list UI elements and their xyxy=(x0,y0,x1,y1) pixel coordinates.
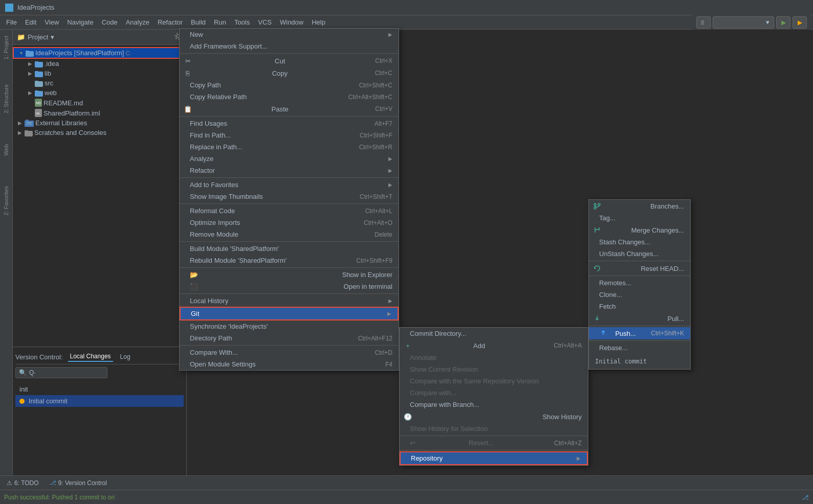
vc-search[interactable]: 🔍 Q· xyxy=(15,367,107,378)
folder-icon xyxy=(35,70,43,77)
menu-refactor[interactable]: Refactor xyxy=(153,16,187,28)
run-config-dropdown[interactable] xyxy=(696,16,711,29)
todo-tab[interactable]: ⚠ 6: TODO xyxy=(3,477,43,489)
cm-find-usages[interactable]: Find Usages Alt+F7 xyxy=(180,118,399,129)
svg-rect-12 xyxy=(35,81,38,82)
app-icon xyxy=(5,4,13,12)
svg-rect-24 xyxy=(25,130,28,132)
cm-local-history[interactable]: Local History ▶ xyxy=(180,295,399,307)
git-add[interactable]: + Add Ctrl+Alt+A xyxy=(400,339,588,352)
cm-find-in-path[interactable]: Find in Path... Ctrl+Shift+F xyxy=(180,129,399,141)
tree-external-libs[interactable]: ▶ External Libraries xyxy=(13,118,186,128)
repo-push[interactable]: Push... Ctrl+Shift+K xyxy=(589,327,690,339)
menu-help[interactable]: Help xyxy=(307,16,329,28)
project-tab[interactable]: 1: Project xyxy=(1,32,12,63)
repo-unstash[interactable]: UnStash Changes... xyxy=(589,248,690,260)
run-button[interactable]: ▶ xyxy=(776,16,790,29)
separator xyxy=(589,261,690,261)
cm-directory-path[interactable]: Directory Path Ctrl+Alt+F12 xyxy=(180,332,399,344)
cm-new[interactable]: New ▶ xyxy=(180,29,399,40)
cm-build-module[interactable]: Build Module 'SharedPlatform' xyxy=(180,243,399,255)
revert-icon: ↩ xyxy=(410,439,415,447)
repo-tag[interactable]: Tag... xyxy=(589,212,690,224)
menu-view[interactable]: View xyxy=(40,16,63,28)
web-tab[interactable]: Web xyxy=(1,134,12,165)
git-show-history[interactable]: 🕐 Show History xyxy=(400,410,588,423)
repo-branches[interactable]: Branches... xyxy=(589,200,690,212)
repo-clone[interactable]: Clone... xyxy=(589,289,690,301)
cm-show-thumbnails[interactable]: Show Image Thumbnails Ctrl+Shift+T xyxy=(180,191,399,202)
menu-edit[interactable]: Edit xyxy=(21,16,40,28)
menu-file[interactable]: File xyxy=(2,16,21,28)
tree-web[interactable]: ▶ web xyxy=(21,88,186,98)
tree-src[interactable]: src xyxy=(21,78,186,88)
menu-build[interactable]: Build xyxy=(187,16,210,28)
structure-tab[interactable]: 2: Structure xyxy=(1,83,12,114)
cm-paste[interactable]: 📋 Paste Ctrl+V xyxy=(180,103,399,115)
repo-reset-head[interactable]: Reset HEAD... xyxy=(589,262,690,274)
cm-refactor[interactable]: Refactor ▶ xyxy=(180,165,399,176)
cm-open-terminal[interactable]: ⬛ Open in terminal xyxy=(180,281,399,292)
tree-scratches[interactable]: ▶ Scratches and Consoles xyxy=(13,128,186,138)
tree-root[interactable]: ▾ IdeaProjects [SharedPlatform] C: xyxy=(13,47,186,59)
separator xyxy=(180,267,399,268)
vc-tab-log[interactable]: Log xyxy=(118,352,133,361)
git-annotate: Annotate xyxy=(400,352,588,363)
commit-group-init[interactable]: init xyxy=(15,383,184,395)
separator xyxy=(589,276,690,276)
menu-analyze[interactable]: Analyze xyxy=(122,16,153,28)
repo-rebase[interactable]: Rebase... xyxy=(589,342,690,354)
run-config-dropdown[interactable]: ▾ xyxy=(713,16,774,29)
favorites-tab[interactable]: 2: Favorites xyxy=(1,186,12,216)
git-repository[interactable]: Repository ▶ xyxy=(400,451,588,465)
cm-open-module-settings[interactable]: Open Module Settings F4 xyxy=(180,358,399,370)
readme-label: README.md xyxy=(43,99,83,107)
commit-initial[interactable]: Initial commit xyxy=(15,395,184,407)
show-icon: 📂 xyxy=(190,271,198,279)
cm-add-favorites[interactable]: Add to Favorites ▶ xyxy=(180,179,399,191)
git-compare-branch[interactable]: Compare with Branch... xyxy=(400,399,588,410)
tree-lib[interactable]: ▶ lib xyxy=(21,68,186,78)
menu-window[interactable]: Window xyxy=(276,16,307,28)
cm-show-explorer[interactable]: 📂 Show in Explorer xyxy=(180,269,399,281)
cm-copy-path[interactable]: Copy Path Ctrl+Shift+C xyxy=(180,79,399,91)
expand-icon: ▶ xyxy=(27,61,33,67)
menu-run[interactable]: Run xyxy=(210,16,230,28)
cm-remove-module[interactable]: Remove Module Delete xyxy=(180,228,399,240)
cm-copy-relative-path[interactable]: Copy Relative Path Ctrl+Alt+Shift+C xyxy=(180,91,399,103)
repo-pull[interactable]: Pull... xyxy=(589,312,690,325)
menu-tools[interactable]: Tools xyxy=(230,16,254,28)
cm-optimize-imports[interactable]: Optimize Imports Ctrl+Alt+O xyxy=(180,217,399,228)
menu-navigate[interactable]: Navigate xyxy=(63,16,97,28)
separator xyxy=(180,203,399,204)
cm-reformat-code[interactable]: Reformat Code Ctrl+Alt+L xyxy=(180,205,399,217)
cm-analyze[interactable]: Analyze ▶ xyxy=(180,153,399,165)
cm-copy[interactable]: ⎘ Copy Ctrl+C xyxy=(180,67,399,79)
vc-tab-local[interactable]: Local Changes xyxy=(68,352,113,362)
idea-label: .idea xyxy=(45,60,59,67)
cm-cut[interactable]: ✂ Cut Ctrl+X xyxy=(180,55,399,67)
tree-readme[interactable]: MD README.md xyxy=(21,98,186,108)
cm-git[interactable]: Git ▶ xyxy=(180,307,399,320)
cm-rebuild-module[interactable]: Rebuild Module 'SharedPlatform' Ctrl+Shi… xyxy=(180,255,399,266)
history-icon: 🕐 xyxy=(404,413,412,421)
debug-button[interactable]: ▶ xyxy=(793,16,807,29)
panel-header: 📁 Project ▾ xyxy=(13,30,186,45)
cm-synchronize[interactable]: Synchronize 'IdeaProjects' xyxy=(180,320,399,332)
repo-merge[interactable]: Merge Changes... xyxy=(589,224,690,236)
vcs-tab[interactable]: ⎇ 9: Version Control xyxy=(46,477,111,489)
menu-code[interactable]: Code xyxy=(98,16,122,28)
git-commit-dir[interactable]: Commit Directory... xyxy=(400,328,588,339)
menu-vcs[interactable]: VCS xyxy=(254,16,276,28)
repo-stash[interactable]: Stash Changes... xyxy=(589,236,690,248)
expand-spacer xyxy=(27,100,33,106)
separator xyxy=(589,326,690,326)
tree-idea[interactable]: ▶ .idea xyxy=(21,59,186,68)
cm-compare-with[interactable]: Compare With... Ctrl+D xyxy=(180,347,399,358)
commit-list: init Initial commit xyxy=(15,383,184,407)
repo-fetch[interactable]: Fetch xyxy=(589,301,690,312)
cm-add-framework[interactable]: Add Framework Support... xyxy=(180,40,399,52)
cm-replace-in-path[interactable]: Replace in Path... Ctrl+Shift+R xyxy=(180,141,399,153)
repo-remotes[interactable]: Remotes... xyxy=(589,277,690,289)
tree-iml[interactable]: IML SharedPlatform.iml xyxy=(21,108,186,118)
